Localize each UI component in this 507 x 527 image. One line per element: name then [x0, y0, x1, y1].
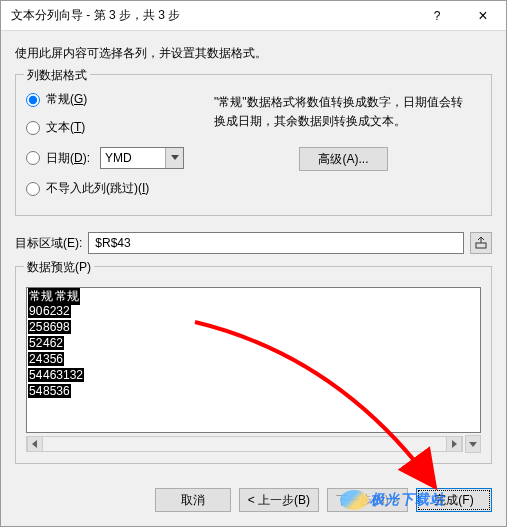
format-description: "常规"数据格式将数值转换成数字，日期值会转换成日期，其余数据则转换成文本。 [214, 93, 473, 131]
radio-skip-input[interactable] [26, 182, 40, 196]
cell: 8698 [42, 320, 71, 334]
radio-text[interactable]: 文本(T) [26, 119, 206, 136]
button-row: 取消 < 上一步(B) 下一步(N) > 完成(F) [1, 478, 506, 526]
instruction-text: 使用此屏内容可选择各列，并设置其数据格式。 [15, 45, 492, 62]
back-button[interactable]: < 上一步(B) [239, 488, 319, 512]
window-title: 文本分列向导 - 第 3 步，共 3 步 [1, 7, 414, 24]
radio-date-input[interactable] [26, 151, 40, 165]
radio-text-label: 文本(T) [46, 119, 85, 136]
data-preview-group: 数据预览(P) 常规 常规 90 6232 25 8698 52 462 [15, 266, 492, 464]
cell: 463132 [42, 368, 84, 382]
collapse-icon [475, 237, 487, 249]
radio-skip[interactable]: 不导入此列(跳过)(I) [26, 180, 206, 197]
preview-box[interactable]: 常规 常规 90 6232 25 8698 52 462 24 356 [26, 287, 481, 433]
date-format-value: YMD [105, 151, 132, 165]
help-button[interactable]: ? [414, 1, 460, 31]
horizontal-scrollbar[interactable] [26, 436, 463, 452]
cell: 462 [42, 336, 64, 350]
radio-date-label: 日期(D): [46, 150, 90, 167]
content-area: 使用此屏内容可选择各列，并设置其数据格式。 列数据格式 常规(G) 文本(T) … [1, 31, 506, 478]
preview-col-header: 常规 [54, 288, 80, 305]
table-row: 54 8536 [27, 384, 480, 400]
titlebar: 文本分列向导 - 第 3 步，共 3 步 ? × [1, 1, 506, 31]
data-preview-legend: 数据预览(P) [24, 259, 94, 276]
table-row: 25 8698 [27, 320, 480, 336]
radio-general-label: 常规(G) [46, 91, 87, 108]
column-format-group: 列数据格式 常规(G) 文本(T) 日期(D): YMD [15, 74, 492, 216]
format-description-col: "常规"数据格式将数值转换成数字，日期值会转换成日期，其余数据则转换成文本。 高… [206, 89, 481, 205]
preview-header-row: 常规 常规 [27, 288, 480, 304]
target-label: 目标区域(E): [15, 235, 82, 252]
range-picker-button[interactable] [470, 232, 492, 254]
date-format-select[interactable]: YMD [100, 147, 184, 169]
scroll-track[interactable] [43, 437, 446, 451]
preview-col-header: 常规 [28, 288, 54, 305]
radio-skip-label: 不导入此列(跳过)(I) [46, 180, 149, 197]
radio-date[interactable]: 日期(D): YMD [26, 147, 206, 169]
scroll-down-button[interactable] [465, 435, 481, 453]
advanced-button[interactable]: 高级(A)... [299, 147, 387, 171]
radio-group: 常规(G) 文本(T) 日期(D): YMD [26, 89, 206, 205]
cell: 8536 [42, 384, 71, 398]
radio-general[interactable]: 常规(G) [26, 91, 206, 108]
radio-general-input[interactable] [26, 93, 40, 107]
cell: 6232 [42, 304, 71, 318]
table-row: 90 6232 [27, 304, 480, 320]
target-input[interactable] [88, 232, 464, 254]
scroll-right-icon[interactable] [446, 437, 462, 451]
column-format-legend: 列数据格式 [24, 67, 90, 84]
table-row: 24 356 [27, 352, 480, 368]
cell: 356 [42, 352, 64, 366]
table-row: 52 462 [27, 336, 480, 352]
dialog-window: 文本分列向导 - 第 3 步，共 3 步 ? × 使用此屏内容可选择各列，并设置… [0, 0, 507, 527]
chevron-down-icon [165, 148, 183, 168]
cancel-button[interactable]: 取消 [155, 488, 231, 512]
target-range-row: 目标区域(E): [15, 232, 492, 254]
table-row: 54 463132 [27, 368, 480, 384]
radio-text-input[interactable] [26, 121, 40, 135]
svg-rect-0 [476, 243, 486, 248]
close-button[interactable]: × [460, 1, 506, 31]
scroll-left-icon[interactable] [27, 437, 43, 451]
preview-scrollbars [26, 435, 481, 453]
next-button: 下一步(N) > [327, 488, 408, 512]
finish-button[interactable]: 完成(F) [416, 488, 492, 512]
